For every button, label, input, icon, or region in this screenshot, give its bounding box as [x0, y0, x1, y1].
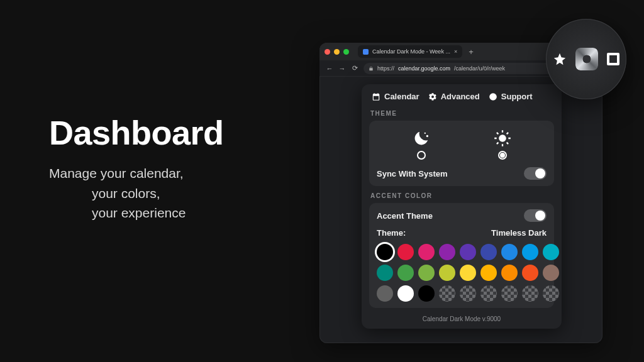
tab-calendar[interactable]: Calendar — [372, 92, 419, 101]
color-swatch[interactable] — [522, 285, 538, 302]
color-swatch[interactable] — [522, 244, 538, 260]
color-swatch[interactable] — [543, 285, 559, 302]
color-swatch[interactable] — [480, 265, 497, 281]
svg-point-2 — [426, 135, 428, 137]
theme-mode-options — [377, 127, 547, 161]
new-tab-button[interactable]: + — [466, 47, 476, 57]
reload-button[interactable]: ⟳ — [351, 65, 358, 72]
moon-icon — [412, 129, 431, 147]
bookmark-star-icon[interactable] — [553, 52, 567, 66]
theme-name-row: Theme: Timeless Dark — [377, 228, 547, 238]
theme-light-radio[interactable] — [498, 151, 507, 160]
color-swatch[interactable] — [543, 244, 559, 260]
tab-advanced[interactable]: Advanced — [428, 92, 480, 101]
sync-toggle[interactable] — [524, 167, 547, 180]
extension-logo-icon[interactable] — [575, 48, 598, 70]
color-swatch[interactable] — [460, 244, 476, 260]
color-swatch[interactable] — [501, 285, 518, 302]
sync-label: Sync With System — [377, 169, 448, 178]
color-swatch[interactable] — [377, 244, 393, 260]
color-swatch[interactable] — [543, 265, 559, 281]
theme-card: Sync With System — [369, 121, 554, 186]
tab-advanced-label: Advanced — [441, 92, 480, 101]
lock-icon — [369, 66, 374, 71]
tab-title: Calendar Dark Mode - Week ... — [372, 48, 450, 55]
color-swatch[interactable] — [397, 285, 414, 302]
color-swatch[interactable] — [439, 244, 455, 260]
forward-button[interactable]: → — [338, 65, 346, 72]
tab-support[interactable]: Support — [489, 92, 533, 101]
back-button[interactable]: ← — [326, 65, 333, 72]
hero-subtitle: Manage your calendar, your colors, your … — [49, 163, 275, 223]
color-swatch[interactable] — [460, 285, 476, 302]
panel-tabs: Calendar Advanced Support — [369, 90, 554, 107]
svg-line-10 — [496, 143, 497, 144]
url-prefix: https:// — [377, 65, 394, 72]
tab-calendar-label: Calendar — [384, 92, 419, 101]
hero-line-1: Manage your calendar, — [49, 166, 184, 180]
color-swatch[interactable] — [439, 285, 455, 302]
svg-line-11 — [506, 133, 508, 134]
traffic-lights — [325, 49, 349, 55]
color-swatch[interactable] — [439, 265, 455, 281]
theme-value-label: Timeless Dark — [491, 228, 547, 238]
color-swatch[interactable] — [377, 265, 393, 281]
color-swatch[interactable] — [480, 285, 497, 302]
close-tab-icon[interactable]: × — [454, 48, 457, 55]
color-swatch[interactable] — [397, 265, 414, 281]
sidebar-toggle-large-icon[interactable] — [607, 53, 619, 65]
svg-point-0 — [489, 93, 497, 101]
accent-theme-label: Accent Theme — [377, 211, 433, 221]
close-dot-icon[interactable] — [325, 49, 330, 55]
color-swatch[interactable] — [418, 244, 435, 260]
svg-line-7 — [506, 143, 508, 144]
version-label: Calendar Dark Mode v.9000 — [369, 315, 554, 322]
maximize-dot-icon[interactable] — [343, 49, 349, 55]
svg-point-1 — [424, 133, 425, 134]
browser-tab[interactable]: Calendar Dark Mode - Week ... × — [358, 45, 462, 58]
color-swatch[interactable] — [418, 265, 435, 281]
color-swatch[interactable] — [377, 285, 393, 302]
url-path: /calendar/u/0/r/week — [454, 65, 505, 72]
hero-block: Dashboard Manage your calendar, your col… — [49, 113, 275, 223]
extension-panel: Calendar Advanced Support THEME — [362, 84, 562, 329]
swatch-grid — [377, 244, 547, 302]
color-swatch[interactable] — [460, 265, 476, 281]
color-swatch[interactable] — [418, 285, 435, 302]
theme-dark-radio[interactable] — [417, 151, 426, 160]
color-swatch[interactable] — [501, 265, 518, 281]
theme-dark-option[interactable] — [412, 129, 431, 160]
color-swatch[interactable] — [501, 244, 518, 260]
accent-card: Accent Theme Theme: Timeless Dark — [369, 203, 554, 308]
theme-light-option[interactable] — [493, 129, 512, 160]
hero-line-2: your colors, — [49, 184, 275, 204]
color-swatch[interactable] — [480, 244, 497, 260]
svg-point-3 — [499, 134, 506, 142]
color-swatch[interactable] — [397, 244, 414, 260]
sun-icon — [493, 129, 512, 147]
svg-line-6 — [496, 133, 497, 134]
section-theme-label: THEME — [370, 110, 553, 117]
calendar-icon — [372, 92, 380, 101]
tab-support-label: Support — [501, 92, 533, 101]
section-accent-label: ACCENT COLOR — [370, 192, 553, 199]
magnifier-callout — [546, 19, 626, 99]
sync-row: Sync With System — [377, 166, 547, 180]
gear-icon — [428, 92, 437, 101]
accent-theme-row: Accent Theme — [377, 209, 547, 222]
tab-favicon-icon — [363, 49, 369, 55]
url-domain: calendar.google.com — [398, 65, 450, 72]
hero-title: Dashboard — [49, 113, 275, 152]
hero-line-3: your experience — [49, 203, 275, 223]
minimize-dot-icon[interactable] — [334, 49, 340, 55]
color-swatch[interactable] — [522, 265, 538, 281]
accent-theme-toggle[interactable] — [524, 209, 547, 222]
theme-key-label: Theme: — [377, 228, 406, 238]
address-bar[interactable]: https://calendar.google.com/calendar/u/0… — [364, 63, 558, 74]
support-icon — [489, 92, 497, 101]
